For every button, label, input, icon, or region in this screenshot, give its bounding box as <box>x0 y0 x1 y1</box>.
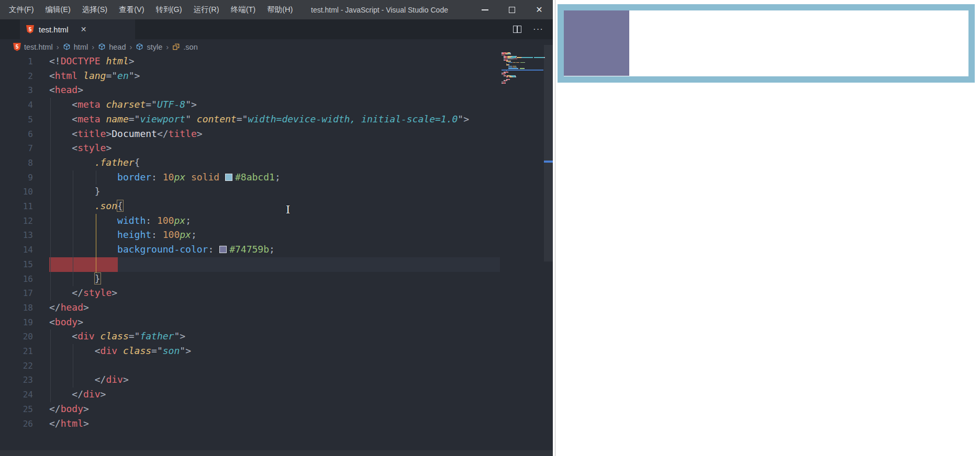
menu-item-view[interactable]: 查看(V) <box>113 0 150 19</box>
window-controls: ✕ <box>471 0 553 19</box>
code-line-2[interactable]: <html lang="en"> <box>49 70 140 81</box>
breadcrumb-item-style[interactable]: style <box>136 43 162 51</box>
window-edge-divider <box>555 0 555 456</box>
token <box>49 273 95 284</box>
maximize-icon <box>509 7 515 13</box>
code-line-16[interactable]: } <box>49 273 101 284</box>
menu-item-edit[interactable]: 编辑(E) <box>40 0 76 19</box>
color-swatch-icon[interactable] <box>225 174 232 181</box>
token: body <box>55 316 77 327</box>
breadcrumb-item-file[interactable]: 5 test.html <box>13 43 53 51</box>
more-actions-icon[interactable]: ··· <box>533 28 543 31</box>
minimize-icon <box>482 9 488 10</box>
minimap-mark <box>510 53 511 54</box>
color-swatch-icon[interactable] <box>219 246 227 253</box>
maximize-button[interactable] <box>498 0 526 19</box>
line-number: 24 <box>0 390 33 400</box>
preview-father-box <box>558 4 975 83</box>
token: 100 <box>163 229 180 240</box>
token: < <box>49 330 77 341</box>
html5-icon: 5 <box>13 43 21 51</box>
tab-close-icon[interactable]: ✕ <box>81 25 87 33</box>
menu-item-selection[interactable]: 选择(S) <box>76 0 113 19</box>
code-line-11[interactable]: .son{ <box>49 200 123 211</box>
token: html <box>61 418 83 429</box>
token: width=device-width, initial-scale=1.0 <box>248 113 458 124</box>
code-line-20[interactable]: <div class="father"> <box>49 330 185 341</box>
code-line-12[interactable]: width: 100px; <box>49 215 191 226</box>
minimap-mark <box>509 79 510 80</box>
breadcrumb-item-head[interactable]: head <box>98 43 126 51</box>
token: : <box>208 244 219 255</box>
token: height <box>49 229 151 240</box>
code-line-21[interactable]: <div class="son"> <box>49 345 191 356</box>
screen: 文件(F) 编辑(E) 选择(S) 查看(V) 转到(G) 运行(R) 终端(T… <box>0 0 980 456</box>
menu-item-help[interactable]: 帮助(H) <box>261 0 298 19</box>
token: > <box>83 418 89 429</box>
title-bar: 文件(F) 编辑(E) 选择(S) 查看(V) 转到(G) 运行(R) 终端(T… <box>0 0 553 19</box>
minimize-button[interactable] <box>471 0 498 19</box>
token: UTF-8 <box>157 99 185 110</box>
code-line-13[interactable]: height: 100px; <box>49 229 197 240</box>
token: "> <box>458 113 469 124</box>
token: ; <box>269 244 275 255</box>
token: > <box>123 374 129 385</box>
tab-test-html[interactable]: 5 test.html ✕ <box>20 19 135 39</box>
code-line-25[interactable]: </body> <box>49 403 89 414</box>
code-line-3[interactable]: <head> <box>49 84 83 95</box>
breadcrumb-label: .son <box>183 43 197 51</box>
selection-highlight <box>49 257 118 272</box>
vscode-window: 文件(F) 编辑(E) 选择(S) 查看(V) 转到(G) 运行(R) 终端(T… <box>0 0 553 456</box>
code-line-4[interactable]: <meta charset="UTF-8"> <box>49 99 197 110</box>
code-line-8[interactable]: .father{ <box>49 157 140 168</box>
menu-item-terminal[interactable]: 终端(T) <box>225 0 262 19</box>
close-button[interactable]: ✕ <box>526 0 553 19</box>
code-line-7[interactable]: <style> <box>49 142 112 153</box>
code-line-24[interactable]: </div> <box>49 389 106 400</box>
code-line-9[interactable]: border: 10px solid #8abcd1; <box>49 172 281 183</box>
breadcrumb-item-son[interactable]: .son <box>172 43 197 51</box>
token: charset <box>106 99 146 110</box>
scrollbar-slider[interactable] <box>544 45 553 261</box>
code-line-5[interactable]: <meta name="viewport" content="width=dev… <box>49 113 469 124</box>
token: 100 <box>157 215 174 226</box>
token: > <box>83 403 89 414</box>
line-number: 21 <box>0 346 33 356</box>
token: son <box>163 345 180 356</box>
code-line-23[interactable]: </div> <box>49 374 129 385</box>
token: > <box>83 302 89 313</box>
menu-item-file[interactable]: 文件(F) <box>3 0 40 19</box>
token: ; <box>191 229 197 240</box>
token: : <box>151 229 163 240</box>
token: .father <box>49 157 135 168</box>
token: > <box>106 128 112 139</box>
code-line-14[interactable]: background-color: #74759b; <box>49 244 275 255</box>
code-line-19[interactable]: <body> <box>49 316 83 327</box>
breadcrumb-item-html[interactable]: html <box>63 43 88 51</box>
token: < <box>49 142 77 153</box>
token <box>185 172 191 183</box>
token: class <box>101 330 129 341</box>
code-line-10[interactable]: } <box>49 186 101 197</box>
token: < <box>49 99 77 110</box>
token: DOCTYPE <box>61 55 101 66</box>
code-line-18[interactable]: </head> <box>49 302 89 313</box>
menu-item-go[interactable]: 转到(G) <box>150 0 188 19</box>
line-number: 17 <box>0 288 33 298</box>
token: head <box>61 302 83 313</box>
code-line-6[interactable]: <title>Document</title> <box>49 128 203 139</box>
token: head <box>55 84 77 95</box>
token: } <box>49 186 101 197</box>
line-number: 5 <box>0 115 33 124</box>
code-line-26[interactable]: </html> <box>49 418 89 429</box>
split-editor-icon[interactable] <box>513 26 521 33</box>
token: </ <box>49 302 61 313</box>
menu-item-run[interactable]: 运行(R) <box>187 0 225 19</box>
line-number: 9 <box>0 173 33 183</box>
token: </ <box>49 374 106 385</box>
editor-actions: ··· <box>513 19 543 39</box>
token: =" <box>106 70 117 81</box>
code-line-1[interactable]: <!DOCTYPE html> <box>49 55 135 66</box>
code-editor[interactable]: 1234567891011121314151617181920212223242… <box>0 54 553 456</box>
code-line-17[interactable]: </style> <box>49 287 117 298</box>
